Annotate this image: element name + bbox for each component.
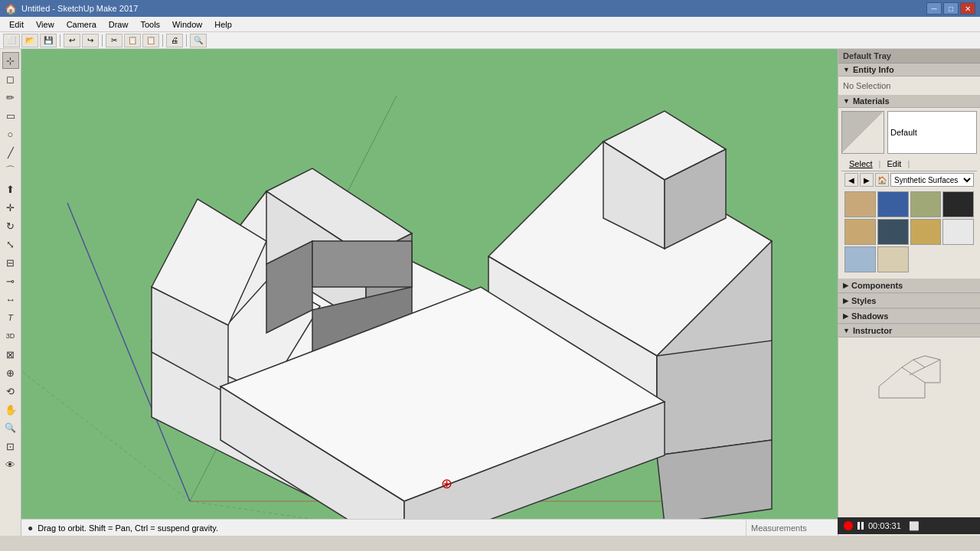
no-selection-text: No Selection: [843, 80, 975, 92]
styles-header[interactable]: ▶ Styles: [838, 294, 980, 308]
entity-info-arrow: ▼: [843, 66, 850, 73]
zoom-extents-tool[interactable]: ⊡: [2, 438, 19, 455]
material-name-input[interactable]: [887, 111, 977, 154]
top-toolbar: ⬜ 📂 💾 ↩ ↪ ✂ 📋 📋 🖨 🔍: [0, 32, 980, 49]
pushpull-tool[interactable]: ⬆: [2, 181, 19, 197]
pan-tool[interactable]: ✋: [2, 401, 19, 418]
shadows-title: Shadows: [851, 311, 888, 321]
copy-button[interactable]: 📋: [124, 34, 141, 47]
zoom-button[interactable]: 🔍: [190, 34, 207, 47]
erase-tool[interactable]: ◻: [2, 70, 19, 87]
paste-button[interactable]: 📋: [142, 34, 159, 47]
line-tool[interactable]: ╱: [2, 144, 19, 161]
svg-text:⊕: ⊕: [441, 476, 452, 491]
titlebar-left: 🏠 Untitled - SketchUp Make 2017: [5, 3, 138, 15]
rotate-tool[interactable]: ↻: [2, 217, 19, 234]
print-button[interactable]: 🖨: [166, 34, 183, 47]
color-swatch-cream[interactable]: [877, 246, 909, 272]
maximize-button[interactable]: □: [943, 2, 959, 15]
color-grid: [841, 188, 977, 276]
shadows-header[interactable]: ▶ Shadows: [838, 309, 980, 324]
color-swatch-white[interactable]: [942, 219, 974, 245]
dimension-tool[interactable]: ↔: [2, 291, 19, 308]
lookaround-tool[interactable]: 👁: [2, 456, 19, 473]
color-swatch-tan[interactable]: [844, 191, 876, 217]
current-material-swatch[interactable]: [841, 111, 884, 154]
titlebar: 🏠 Untitled - SketchUp Make 2017 ─ □ ✕: [0, 0, 980, 17]
sep4: [186, 34, 187, 47]
material-swatch-area: [841, 111, 977, 154]
shadows-section: ▶ Shadows: [838, 309, 980, 324]
menu-item-view[interactable]: View: [30, 18, 60, 31]
color-swatch-sage[interactable]: [910, 191, 942, 217]
select-tab[interactable]: Select: [844, 158, 877, 169]
rectangle-tool[interactable]: ▭: [2, 107, 19, 124]
minimize-button[interactable]: ─: [926, 2, 942, 15]
color-swatch-dark[interactable]: [942, 191, 974, 217]
scale-tool[interactable]: ⤡: [2, 236, 19, 253]
main-area: ⊹ ◻ ✏ ▭ ○ ╱ ⌒ ⬆ ✛ ↻ ⤡ ⊟ ⊸ ↔ T 3D ⊠ ⊕ ⟲ ✋…: [0, 49, 980, 536]
left-toolbar: ⊹ ◻ ✏ ▭ ○ ╱ ⌒ ⬆ ✛ ↻ ⤡ ⊟ ⊸ ↔ T 3D ⊠ ⊕ ⟲ ✋…: [0, 49, 21, 536]
3dtext-tool[interactable]: 3D: [2, 328, 19, 344]
materials-header[interactable]: ▼ Materials: [838, 95, 980, 108]
offset-tool[interactable]: ⊟: [2, 254, 19, 271]
color-swatch-blue[interactable]: [877, 191, 909, 217]
mat-back-button[interactable]: ◀: [844, 173, 858, 187]
materials-section: ▼ Materials Select | Edit |: [838, 95, 980, 279]
styles-arrow: ▶: [843, 297, 848, 305]
styles-section: ▶ Styles: [838, 294, 980, 309]
instructor-header[interactable]: ▼ Instructor: [838, 324, 980, 337]
section-tool[interactable]: ⊠: [2, 346, 19, 363]
move-tool[interactable]: ✛: [2, 199, 19, 216]
sep2: [102, 34, 103, 47]
text-tool[interactable]: T: [2, 309, 19, 326]
svg-line-42: [925, 356, 940, 360]
menu-item-tools[interactable]: Tools: [134, 18, 166, 31]
paint-tool[interactable]: ✏: [2, 89, 19, 106]
components-header[interactable]: ▶ Components: [838, 279, 980, 293]
tape-tool[interactable]: ⊸: [2, 272, 19, 289]
orbit-tool[interactable]: ⟲: [2, 383, 19, 399]
circle-tool[interactable]: ○: [2, 126, 19, 142]
pause-button[interactable]: [858, 522, 864, 530]
open-button[interactable]: 📂: [21, 34, 38, 47]
svg-line-41: [913, 356, 925, 360]
zoom-tool[interactable]: 🔍: [2, 419, 19, 436]
color-swatch-gold[interactable]: [910, 219, 942, 245]
menu-item-window[interactable]: Window: [166, 18, 208, 31]
instructor-section: ▼ Instructor: [838, 324, 980, 405]
color-swatch-tan2[interactable]: [844, 219, 876, 245]
components-section: ▶ Components: [838, 279, 980, 294]
redo-button[interactable]: ↪: [82, 34, 99, 47]
viewport[interactable]: ⊕ ● Drag to orbit. Shift = Pan, Ctrl = s…: [21, 49, 838, 536]
record-indicator: [844, 521, 853, 530]
svg-marker-26: [657, 440, 772, 524]
materials-title: Materials: [853, 96, 890, 106]
close-button[interactable]: ✕: [960, 2, 975, 15]
components-title: Components: [851, 281, 903, 290]
new-button[interactable]: ⬜: [3, 34, 20, 47]
app-icon: 🏠: [5, 3, 17, 15]
styles-title: Styles: [851, 296, 876, 305]
menu-item-help[interactable]: Help: [208, 18, 238, 31]
entity-info-header[interactable]: ▼ Entity Info: [838, 64, 980, 77]
select-tool[interactable]: ⊹: [2, 52, 19, 69]
tray-title: Default Tray: [843, 51, 891, 60]
arc-tool[interactable]: ⌒: [2, 162, 19, 179]
svg-line-31: [879, 367, 902, 386]
axes-tool[interactable]: ⊕: [2, 364, 19, 381]
save-button[interactable]: 💾: [40, 34, 57, 47]
color-swatch-lightblue[interactable]: [844, 246, 876, 272]
color-swatch-darkblue[interactable]: [877, 219, 909, 245]
mat-home-button[interactable]: 🏠: [875, 173, 889, 187]
sep1: [60, 34, 60, 47]
undo-button[interactable]: ↩: [64, 34, 80, 47]
edit-tab[interactable]: Edit: [882, 158, 906, 169]
menu-item-camera[interactable]: Camera: [60, 18, 103, 31]
menu-item-edit[interactable]: Edit: [3, 18, 30, 31]
menu-item-draw[interactable]: Draw: [103, 18, 135, 31]
material-category-select[interactable]: Synthetic SurfacesColorsBrick and Claddi…: [890, 173, 974, 187]
mat-forward-button[interactable]: ▶: [860, 173, 874, 187]
components-arrow: ▶: [843, 282, 848, 289]
cut-button[interactable]: ✂: [106, 34, 122, 47]
